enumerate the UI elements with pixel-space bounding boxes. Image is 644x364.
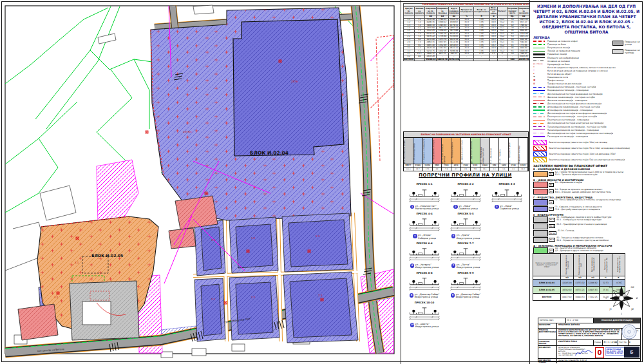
legend-line [533, 129, 545, 130]
scale-value: М = 1 : 2 500 [602, 340, 618, 345]
profile-caption: 5ул. „Трета“Индустриска улица [445, 234, 486, 239]
legend-line [533, 110, 545, 110]
profile-drawing [406, 274, 442, 291]
map-label: 3.1 [75, 261, 79, 264]
strip-column: ВКУПНО ПЛАНСКИ ОПФАТ [404, 138, 413, 164]
legend-item-label: Граница на блок [547, 43, 566, 46]
land-use-swatch [533, 206, 548, 213]
profile-item: ПРЕСЕК 7-7 7ул. „Петта“Индустриска улица [445, 242, 486, 269]
area-balance-strip: БИЛАНС НА ПОВРШИНИ НА ЗАСТАПЕНИ НАМЕНИ В… [403, 131, 529, 171]
legend-symbol [533, 126, 546, 127]
title-block-strip-cell: М 1 : 2 500 [566, 318, 594, 323]
legend-line [533, 41, 545, 42]
land-use-description: Г2 - Лесна преработувачка и помалку зага… [555, 199, 621, 202]
strip-column: Е2.1 - Помошни згради [509, 138, 518, 164]
balance-cell: 42285.00 [561, 280, 574, 287]
existing-building-footprint [233, 19, 344, 156]
strip-column: В1 - Образование и наука [433, 138, 442, 164]
profile-item: ПРЕСЕК 6-6 6ул. „Четврта“Индустриска ули… [404, 242, 445, 269]
surface-swatch [612, 49, 623, 54]
balance-cell: 16731.21 [574, 287, 587, 294]
map-label: 1.3 [316, 235, 320, 238]
params-footer-cell [489, 58, 498, 61]
legend-line [533, 136, 545, 137]
wind-rose-direction-label: СЗ [609, 286, 612, 289]
strip-column: Г2 - Лесна индустрија [413, 138, 423, 164]
strip-value: 21046 [413, 164, 423, 168]
legend-symbol: ⌖ [533, 66, 546, 69]
corridor-item: Заштитен коридор (заштитен појас 5м) на … [533, 157, 630, 162]
legend-item-label: Фекална канализација - планирана [547, 99, 587, 102]
corridor-item: Заштитен коридор (заштитен појас 5м и 10… [533, 145, 630, 151]
profile-item: ПРЕСЕК 4-4 4ул. „Втора“Собирна улица [404, 212, 445, 240]
land-use-description: Е1.10 - Гасовод [558, 230, 574, 233]
map-area: БЛОК И.02.04БЛОК И.02.0525762575/11.11.2… [0, 0, 401, 364]
legend-item-label: Водоводна инсталација - планирана [547, 89, 589, 91]
strip-column-label: Е2.1 - Помошни згради [509, 138, 511, 164]
params-footer-cell: 55838.12 [425, 58, 437, 61]
map-label: 2576 [291, 80, 298, 83]
land-use-tag: Г2 [549, 200, 554, 204]
strip-percent: 1.6 [499, 168, 509, 171]
legend-line [533, 61, 545, 61]
profile-street-type: Магистрална улица [415, 207, 439, 210]
legend-symbol: ⊠ [533, 83, 546, 86]
profile-item: ПРЕСЕК 5-5 5ул. „Трета“Индустриска улица [445, 212, 486, 240]
legend-icon: ▣ [533, 79, 535, 82]
legend-item-label: Градежна линија [547, 53, 567, 55]
legend-symbol [533, 100, 546, 101]
params-footer-cell: 560 [507, 58, 518, 61]
legend-item-label: Нивелманска кота [547, 76, 568, 79]
land-use-item: В4В4 - Згради за органите на државната в… [533, 189, 643, 195]
profile-name: ПРЕСЕК 5-5 [445, 212, 486, 215]
params-footer-cell: 50712.08 [448, 58, 460, 61]
balance-cell: 77242.25 [587, 294, 600, 301]
street-profiles-title: ПОПРЕЧНИ ПРОФИЛИ НА УЛИЦИ [401, 173, 529, 178]
wind-rose-direction-label: СИ [631, 286, 634, 289]
profile-street-type: Индустриска улица [456, 296, 481, 298]
params-header-cell: Број на гр. парцела [404, 6, 415, 15]
land-use-line: Е1.1 - Сообраќајни патни инфраструктури [556, 219, 611, 222]
strip-percent: 3.1 [509, 168, 518, 171]
strip-column-label: Е1.3 - Далноводи [490, 138, 492, 164]
legend-symbol [533, 44, 546, 45]
land-use-tag: В1 [549, 183, 554, 187]
profile-drawing [448, 215, 484, 231]
params-header-cell: Површина на гр. парцела [425, 6, 437, 15]
profile-marker: 10 [410, 323, 415, 327]
strip-value: 2140 [461, 164, 471, 168]
map-label: 1.1 [211, 238, 216, 242]
map-label: 3.2 [54, 296, 59, 299]
profile-street: ул. „Четврта“Индустриска улица [415, 263, 439, 269]
params-header-cell: Бруто развиена површина [448, 6, 460, 15]
balance-header-text: Површина за градење (м2) [578, 254, 582, 275]
legend-symbol [533, 133, 546, 133]
strip-percent: 1.1 [490, 168, 500, 171]
legend-line [533, 133, 545, 133]
balance-header-cell: Коефициент на искористеност (К) [612, 254, 625, 276]
strip-percent: 14.0 [480, 168, 490, 171]
land-use-item: Е1.1Е1 - Сообраќајни, линиски и други ин… [533, 216, 643, 223]
strip-percent: 5.8 [471, 168, 480, 171]
plan-doc-title: ИЗМЕНИ И ДОПОЛНУВАЊА НА ДЕЛ ОД ГУП ЧЕТВР… [557, 329, 621, 340]
params-header-cell: Катност [498, 6, 507, 15]
planner-label: ОДГОВОРЕН ПЛАНЕР [538, 359, 557, 363]
land-use-line: Е1.3 - Трансформаторски станици и далнов… [556, 224, 607, 226]
strip-percent: 17.1 [423, 168, 433, 171]
profile-marker: 6 [410, 263, 415, 268]
wind-rose-diagram: ССИИЈИЈЈЗЗСЗ [604, 281, 639, 316]
profile-caption: 6ул. „Четврта“Индустриска улица [404, 263, 445, 269]
legend-symbol [533, 41, 546, 42]
client-label: НАРАЧАТЕЛ [538, 323, 557, 328]
strip-column: В4 - Државни институции [461, 138, 471, 164]
profile-caption: 9ул. „Димитар Рибар“Индустриска улица [445, 293, 486, 298]
wind-rose-direction-label: С [621, 282, 623, 284]
profile-street-type: Сервисна улица [459, 207, 478, 210]
legend-line [533, 123, 545, 124]
legend-line [533, 113, 545, 114]
legend-symbol [533, 117, 546, 117]
land-use-line: Г2 - Лесна преработувачка и помалку зага… [555, 199, 621, 202]
strip-value: 7061 [442, 164, 451, 168]
profile-marker: 1 [410, 205, 415, 209]
legend-line [533, 44, 545, 45]
